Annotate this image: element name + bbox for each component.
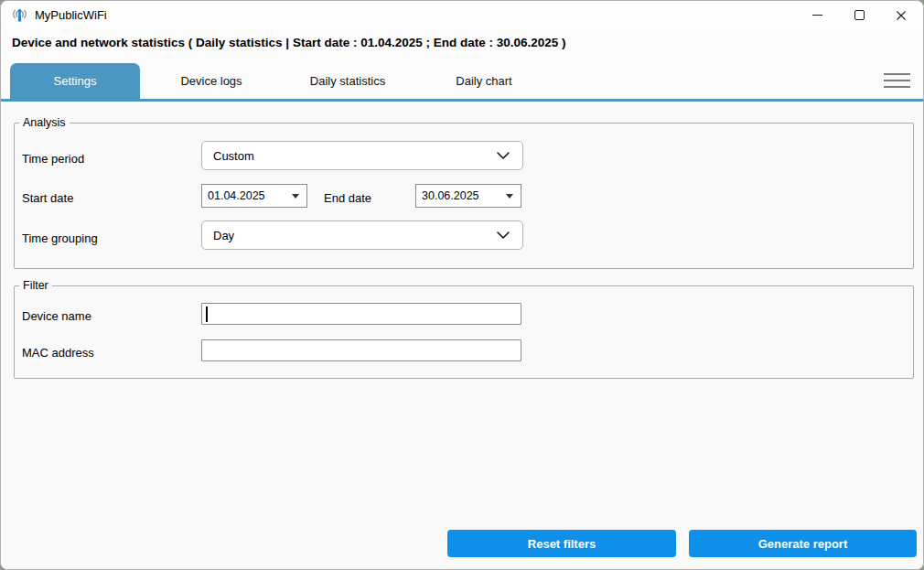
tab-label: Daily statistics — [310, 74, 385, 88]
time-period-label: Time period — [22, 152, 84, 166]
tab-label: Daily chart — [456, 74, 511, 88]
title-bar: MyPublicWiFi — [1, 1, 923, 28]
end-date-label: End date — [324, 191, 371, 205]
minimize-button[interactable] — [796, 2, 838, 28]
minimize-icon — [812, 15, 822, 16]
time-period-value: Custom — [213, 149, 497, 163]
dropdown-arrow-icon — [292, 194, 299, 199]
time-grouping-value: Day — [213, 229, 497, 242]
time-grouping-select[interactable]: Day — [201, 220, 523, 250]
device-name-input[interactable] — [201, 303, 521, 325]
hamburger-menu-icon[interactable] — [884, 73, 910, 89]
time-grouping-label: Time grouping — [22, 231, 98, 245]
tab-bar: Settings Device logs Daily statistics Da… — [1, 63, 923, 102]
filter-group: Filter Device name MAC address — [14, 285, 914, 379]
mac-address-label: MAC address — [22, 346, 94, 360]
device-name-label: Device name — [22, 309, 91, 323]
tab-label: Settings — [54, 74, 97, 88]
page-title: Device and network statistics ( Daily st… — [12, 36, 566, 49]
reset-filters-button[interactable]: Reset filters — [447, 530, 676, 557]
maximize-icon — [854, 10, 865, 20]
generate-report-button[interactable]: Generate report — [689, 530, 917, 557]
close-button[interactable] — [880, 2, 922, 28]
filter-group-legend: Filter — [19, 278, 52, 293]
app-window: MyPublicWiFi Device and network statisti… — [0, 0, 924, 570]
analysis-group-legend: Analysis — [19, 115, 70, 130]
analysis-group: Analysis Time period Custom Start date 0… — [14, 123, 914, 269]
start-date-label: Start date — [22, 191, 73, 205]
wifi-antenna-icon — [10, 5, 28, 24]
text-caret — [206, 307, 208, 322]
tab-device-logs[interactable]: Device logs — [146, 63, 276, 99]
tab-daily-statistics[interactable]: Daily statistics — [283, 63, 413, 99]
chevron-down-icon — [497, 152, 510, 159]
start-date-value: 01.04.2025 — [208, 189, 292, 202]
end-date-picker[interactable]: 30.06.2025 — [415, 184, 521, 208]
maximize-button[interactable] — [838, 2, 880, 28]
tab-daily-chart[interactable]: Daily chart — [419, 63, 549, 99]
window-controls — [796, 2, 922, 28]
end-date-value: 30.06.2025 — [422, 189, 506, 202]
close-icon — [896, 10, 907, 21]
dropdown-arrow-icon — [506, 194, 513, 199]
chevron-down-icon — [497, 231, 510, 239]
start-date-picker[interactable]: 01.04.2025 — [201, 184, 307, 208]
tab-label: Device logs — [180, 74, 242, 88]
app-title: MyPublicWiFi — [35, 8, 107, 22]
time-period-select[interactable]: Custom — [201, 141, 523, 170]
tab-settings[interactable]: Settings — [10, 63, 140, 99]
mac-address-input[interactable] — [201, 339, 521, 361]
settings-panel: Analysis Time period Custom Start date 0… — [1, 102, 923, 569]
